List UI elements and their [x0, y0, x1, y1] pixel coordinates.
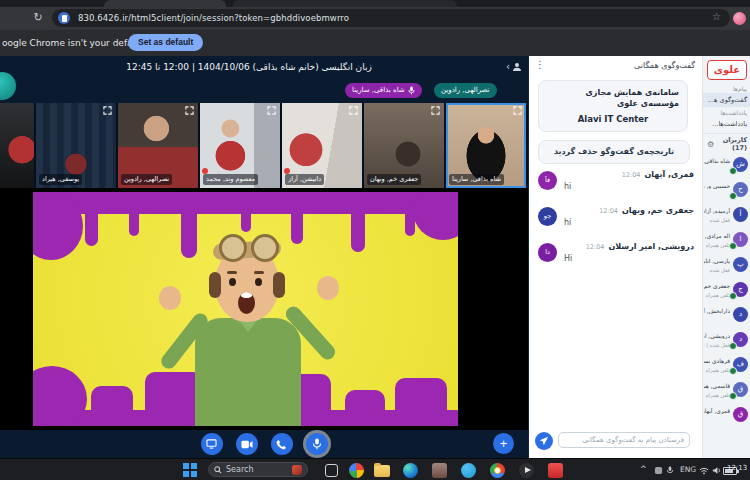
- bookmark-star-icon[interactable]: ☆: [712, 11, 721, 22]
- avatar: ق: [733, 407, 748, 422]
- webcam-tile[interactable]: یوسفی, هیراد: [36, 103, 116, 188]
- webcam-tile[interactable]: جعفری خم, وبهان: [364, 103, 444, 188]
- avatar: آ: [733, 207, 748, 222]
- edge-icon[interactable]: [403, 463, 418, 478]
- fullscreen-icon[interactable]: [267, 106, 276, 115]
- taskbar-search[interactable]: Search: [208, 462, 308, 477]
- hide-userlist-toggle[interactable]: ‹: [506, 61, 522, 72]
- photos-app-icon[interactable]: [349, 463, 364, 478]
- search-label: Search: [226, 465, 292, 474]
- webcam-tile[interactable]: [0, 103, 34, 188]
- status-badge: [729, 242, 737, 250]
- meeting-title: زبان انگلیسی (خانم شاه بذاقی) 1404/10/06…: [0, 62, 498, 72]
- default-browser-infobar: oogle Chrome isn't your default browser …: [0, 30, 750, 56]
- person-icon: [512, 62, 522, 72]
- tray-chevron-icon[interactable]: ^: [640, 465, 647, 474]
- video-camera-icon: [241, 440, 253, 449]
- presentation-video-area[interactable]: [0, 188, 528, 430]
- fullscreen-icon[interactable]: [431, 106, 440, 115]
- send-icon: [539, 436, 549, 446]
- fullscreen-icon[interactable]: [185, 106, 194, 115]
- fullscreen-icon[interactable]: [349, 106, 358, 115]
- user-row[interactable]: ق قاسمی, هیراد تلفن همراه: [703, 379, 750, 404]
- avatar: قآ: [538, 171, 557, 190]
- chat-options-icon[interactable]: ⋮: [535, 59, 545, 70]
- webcam-tile[interactable]: معصوم وند, محمد: [200, 103, 280, 188]
- talking-user-name: شاه بذاقی, سارینا: [352, 83, 405, 98]
- address-bar[interactable]: 830.6426.ir/html5client/join/session?tok…: [52, 9, 730, 27]
- webcam-name-label: نصرالهی, رادوین: [121, 174, 172, 185]
- send-message-button[interactable]: [535, 432, 553, 450]
- message-text: Hi: [564, 254, 572, 263]
- chat-message-input[interactable]: [558, 432, 690, 448]
- user-row[interactable]: ج جعفری خم, وبهان تلفن همراه: [703, 279, 750, 304]
- screenshare-button[interactable]: [201, 433, 223, 455]
- microphone-button[interactable]: [306, 433, 328, 455]
- chat-message: قآ قمری, آیهان12:04 hi: [538, 170, 694, 196]
- start-button[interactable]: [183, 463, 197, 477]
- set-as-default-button[interactable]: Set as default: [128, 34, 203, 51]
- browser-tab[interactable]: [233, 0, 457, 7]
- webcam-name-label: جعفری خم, وبهان: [367, 174, 421, 185]
- status-badge: [729, 167, 737, 175]
- user-status: قفل شده: [704, 267, 730, 273]
- browser-profile-avatar[interactable]: [733, 12, 746, 25]
- user-row[interactable]: د دارابخش, آراز: [703, 304, 750, 329]
- user-row[interactable]: پ پارسی, اتابک قفل شده: [703, 254, 750, 279]
- taskbar-clock[interactable]: 12:13: [727, 464, 747, 472]
- user-row[interactable]: د درویشی, امیر... قفل شده | تلفن...: [703, 329, 750, 354]
- mic-icon: [312, 438, 322, 450]
- red-app-icon[interactable]: [548, 463, 563, 478]
- users-settings-gear-icon[interactable]: ⚙: [707, 140, 714, 149]
- status-badge: [729, 292, 737, 300]
- user-pill[interactable]: نصرالهی, رادوین: [434, 83, 497, 98]
- tray-mic-icon[interactable]: [666, 466, 674, 475]
- camera-button[interactable]: [236, 433, 258, 455]
- webcam-name-label: شاه بذاقی, سارینا: [449, 174, 504, 185]
- webcam-tile[interactable]: دانیشن, آراز: [282, 103, 362, 188]
- office-app-icon[interactable]: [432, 463, 447, 478]
- actions-plus-button[interactable]: +: [493, 433, 514, 454]
- webcam-tile[interactable]: نصرالهی, رادوین: [118, 103, 198, 188]
- hangup-button[interactable]: [271, 433, 293, 455]
- userlist-panel: علوی پیام‌ها گفت‌وگوی همگانی یادداشت‌ها …: [702, 56, 750, 458]
- telegram-icon[interactable]: [461, 463, 476, 478]
- nav-item-shared-notes[interactable]: یادداشت‌های هم‌زمان: [703, 117, 750, 131]
- status-badge: [729, 392, 737, 400]
- user-row[interactable]: ا اله مرادی, امیر... تلفن همراه: [703, 229, 750, 254]
- user-row[interactable]: ق قمری, آیهان: [703, 404, 750, 429]
- wifi-icon[interactable]: [699, 467, 709, 475]
- status-badge: [729, 342, 737, 350]
- fullscreen-icon[interactable]: [513, 106, 522, 115]
- tray-app-icon[interactable]: [654, 466, 663, 475]
- webcam-name-label: دانیشن, آراز: [285, 174, 324, 185]
- user-row[interactable]: ف فرهادی نسب... تلفن همراه: [703, 354, 750, 379]
- user-status: تلفن همراه: [704, 242, 730, 248]
- fullscreen-icon[interactable]: [103, 106, 112, 115]
- user-row[interactable]: ش شاه بذاقی, سارینا (شما): [703, 154, 750, 179]
- language-indicator[interactable]: ENG: [680, 465, 696, 474]
- video-person: [151, 220, 346, 426]
- user-name: پارسی, اتابک: [704, 258, 730, 264]
- nav-item-public-chat[interactable]: گفت‌وگوی همگانی: [703, 93, 750, 107]
- browser-tab[interactable]: [104, 0, 226, 7]
- chat-message: جو جعفری خم, وبهان12:04 hi: [538, 206, 694, 232]
- user-row[interactable]: آ آرمیده, آزاد قفل شده: [703, 204, 750, 229]
- user-row[interactable]: ح حسینی و, سبحان: [703, 179, 750, 204]
- user-name: دارابخش, آراز: [704, 308, 730, 314]
- media-player-icon[interactable]: [519, 463, 534, 478]
- user-name: قاسمی, هیراد: [704, 383, 730, 389]
- chat-input-row: [529, 431, 703, 451]
- reload-icon[interactable]: ↻: [31, 11, 45, 25]
- chrome-icon[interactable]: [490, 463, 505, 478]
- task-view-icon[interactable]: [325, 464, 338, 477]
- message-time: 12:04: [586, 243, 605, 251]
- webcam-name-label: یوسفی, هیراد: [39, 174, 82, 185]
- volume-icon[interactable]: [712, 466, 721, 475]
- webcam-tile-active-speaker[interactable]: شاه بذاقی, سارینا: [446, 103, 526, 188]
- status-badge: [729, 367, 737, 375]
- talking-indicator-pill[interactable]: شاه بذاقی, سارینا: [345, 83, 422, 98]
- user-name: شاه بذاقی, سارینا (شما): [704, 158, 730, 164]
- chat-title[interactable]: گفت‌وگوی همگانی: [634, 61, 695, 70]
- file-explorer-icon[interactable]: [374, 465, 390, 477]
